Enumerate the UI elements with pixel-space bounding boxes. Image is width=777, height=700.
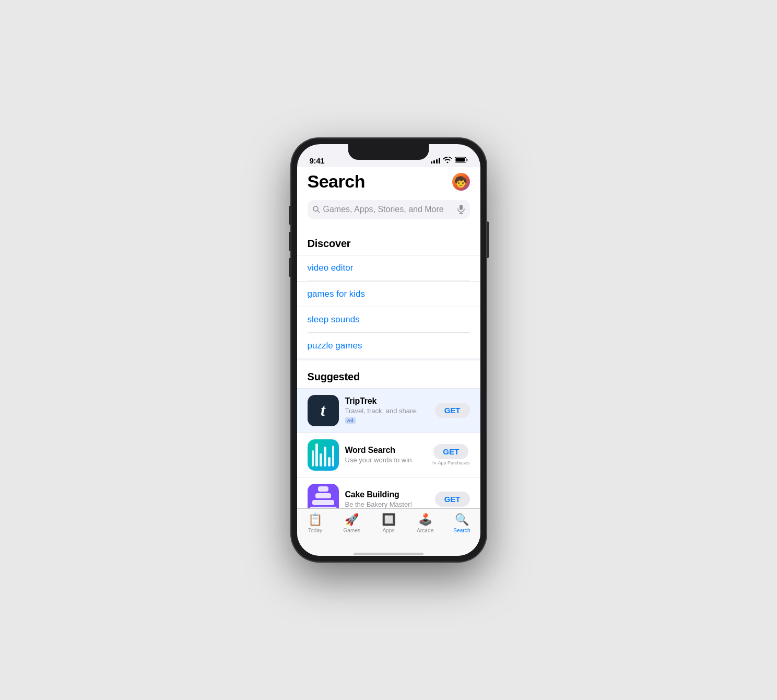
svg-rect-5 bbox=[460, 205, 463, 210]
get-button-wrapper-wordsearch: GET In-App Purchases bbox=[432, 444, 470, 465]
tab-today[interactable]: 📋 Today bbox=[297, 513, 334, 533]
page-header: Search 🧒 bbox=[297, 167, 480, 198]
battery-icon bbox=[455, 156, 468, 165]
tab-arcade[interactable]: 🕹️ Arcade bbox=[407, 513, 443, 533]
svg-line-4 bbox=[317, 211, 320, 213]
app-info-triptrek: TripTrek Travel, track, and share. Ad bbox=[345, 396, 429, 424]
search-placeholder: Games, Apps, Stories, and More bbox=[323, 205, 454, 214]
games-icon: 🚀 bbox=[345, 514, 359, 526]
notch bbox=[348, 144, 429, 160]
avatar[interactable]: 🧒 bbox=[452, 173, 470, 191]
app-item-wordsearch: Word Search Use your words to win. GET I… bbox=[297, 433, 480, 477]
tab-games-label: Games bbox=[343, 528, 360, 533]
discover-item[interactable]: games for kids bbox=[297, 281, 480, 307]
svg-rect-1 bbox=[455, 158, 465, 162]
discover-item-label: sleep sounds bbox=[308, 314, 360, 325]
arcade-icon: 🕹️ bbox=[418, 514, 432, 526]
discover-item[interactable]: video editor bbox=[297, 255, 480, 281]
tab-games[interactable]: 🚀 Games bbox=[334, 513, 370, 533]
tab-search[interactable]: 🔍 Search bbox=[443, 513, 480, 533]
app-subtitle-wordsearch: Use your words to win. bbox=[345, 456, 426, 464]
app-subtitle-triptrek: Travel, track, and share. bbox=[345, 407, 429, 415]
discover-section: Discover video editor games for kids sle… bbox=[297, 227, 480, 358]
app-name-triptrek: TripTrek bbox=[345, 396, 429, 406]
discover-item[interactable]: sleep sounds bbox=[297, 307, 480, 332]
discover-item[interactable]: puzzle games bbox=[297, 333, 480, 358]
discover-item-label: video editor bbox=[308, 263, 354, 273]
app-icon-wordsearch bbox=[308, 439, 339, 471]
app-name-cakebuilding: Cake Building bbox=[345, 490, 429, 499]
tab-arcade-label: Arcade bbox=[417, 528, 433, 533]
tab-bar: 📋 Today 🚀 Games 🔲 Apps 🕹️ Arcade 🔍 Searc… bbox=[297, 508, 480, 552]
home-indicator bbox=[297, 552, 480, 556]
ad-badge-triptrek: Ad bbox=[345, 417, 356, 424]
app-icon-triptrek: t bbox=[308, 395, 339, 426]
phone-screen: 9:41 bbox=[297, 144, 480, 556]
discover-item-label: games for kids bbox=[308, 289, 366, 299]
today-icon: 📋 bbox=[308, 514, 322, 526]
search-tab-icon: 🔍 bbox=[455, 514, 469, 526]
app-info-cakebuilding: Cake Building Be the Bakery Master! bbox=[345, 490, 429, 508]
scroll-area[interactable]: Search 🧒 Games, Apps, Stories, and More bbox=[297, 167, 480, 508]
suggested-section: Suggested t TripTrek Travel, track, and … bbox=[297, 360, 480, 509]
status-icons bbox=[431, 156, 468, 165]
app-subtitle-cakebuilding: Be the Bakery Master! bbox=[345, 500, 429, 508]
tab-apps-label: Apps bbox=[382, 528, 394, 533]
home-bar bbox=[354, 553, 423, 555]
svg-rect-2 bbox=[467, 159, 468, 161]
search-icon bbox=[313, 206, 320, 213]
tab-apps[interactable]: 🔲 Apps bbox=[370, 513, 407, 533]
discover-item-label: puzzle games bbox=[308, 341, 362, 351]
get-button-wordsearch[interactable]: GET bbox=[433, 444, 468, 459]
page-title: Search bbox=[308, 171, 365, 192]
discover-section-title: Discover bbox=[297, 227, 480, 255]
app-name-wordsearch: Word Search bbox=[345, 446, 426, 455]
tab-search-label: Search bbox=[453, 528, 470, 533]
wifi-icon bbox=[443, 156, 452, 165]
phone-device: 9:41 bbox=[291, 138, 487, 562]
suggested-section-title: Suggested bbox=[297, 360, 480, 388]
app-icon-cakebuilding bbox=[308, 484, 339, 509]
search-bar-wrapper: Games, Apps, Stories, and More bbox=[297, 198, 480, 227]
apps-icon: 🔲 bbox=[382, 514, 396, 526]
search-bar[interactable]: Games, Apps, Stories, and More bbox=[308, 200, 470, 219]
status-time: 9:41 bbox=[310, 156, 325, 165]
tab-today-label: Today bbox=[308, 528, 322, 533]
get-button-triptrek[interactable]: GET bbox=[435, 403, 470, 418]
microphone-icon[interactable] bbox=[457, 205, 465, 214]
signal-icon bbox=[431, 158, 440, 164]
app-item-triptrek: t TripTrek Travel, track, and share. Ad … bbox=[297, 388, 480, 433]
app-info-wordsearch: Word Search Use your words to win. bbox=[345, 446, 426, 464]
in-app-purchases-label: In-App Purchases bbox=[432, 460, 470, 465]
app-item-cakebuilding: Cake Building Be the Bakery Master! GET bbox=[297, 477, 480, 509]
get-button-cakebuilding[interactable]: GET bbox=[435, 492, 470, 507]
